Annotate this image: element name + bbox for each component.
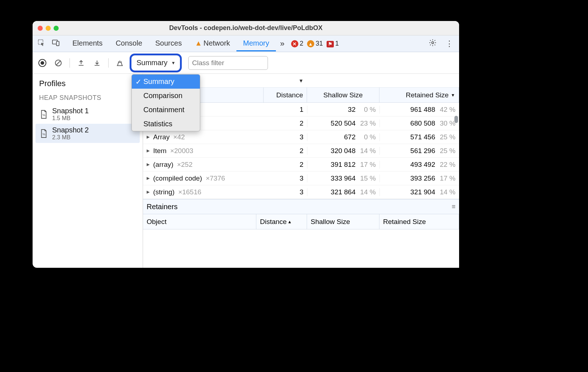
tabs-overflow-button[interactable]: » — [277, 39, 287, 48]
settings-icon[interactable] — [425, 39, 440, 49]
minimize-window-button[interactable] — [46, 26, 51, 31]
cell-distance: 3 — [264, 174, 307, 182]
column-retained-size[interactable]: Retained Size▼ — [379, 88, 459, 102]
tab-network[interactable]: ▲Network — [188, 36, 236, 51]
retainers-col-object[interactable]: Object — [143, 214, 256, 229]
cell-retained-size: 571 45625 % — [379, 133, 459, 141]
snapshot-item-2[interactable]: % Snapshot 2 2.3 MB — [35, 124, 140, 143]
cell-constructor: ▶Item×20003 — [143, 147, 264, 155]
tab-network-label: Network — [203, 39, 230, 47]
warning-count: 31 — [316, 40, 323, 47]
table-row[interactable]: ▶Array×4236720 %571 45625 % — [143, 130, 459, 144]
profiles-sidebar: Profiles HEAP SNAPSHOTS % Snapshot 1 1.5… — [33, 74, 143, 268]
error-count: 2 — [300, 40, 303, 47]
retainers-col-retained[interactable]: Retained Size — [379, 214, 459, 229]
tab-sources[interactable]: Sources — [149, 36, 188, 51]
collect-garbage-icon[interactable] — [114, 57, 126, 69]
constructor-name: (string) — [153, 188, 175, 196]
cell-constructor: ▶(compiled code)×7376 — [143, 174, 264, 182]
sort-desc-icon: ▼ — [451, 93, 455, 98]
dropdown-option-statistics[interactable]: Statistics — [132, 117, 200, 131]
cell-retained-size: 680 50830 % — [379, 119, 459, 127]
cell-shallow-size: 321 86414 % — [307, 188, 379, 196]
table-row[interactable]: ▶Item×200032320 04814 %561 29625 % — [143, 144, 459, 158]
svg-point-3 — [432, 42, 434, 44]
retainers-col-distance[interactable]: Distance▲ — [256, 214, 307, 229]
dropdown-option-comparison[interactable]: Comparison — [132, 89, 200, 103]
warning-icon: ▲ — [307, 40, 314, 47]
expand-icon[interactable]: ▶ — [147, 190, 151, 194]
column-retained-label: Retained Size — [406, 91, 449, 99]
cell-shallow-size: 320 04814 % — [307, 147, 379, 155]
cell-retained-size: 961 48842 % — [379, 106, 459, 114]
import-icon[interactable] — [91, 57, 103, 69]
error-icon: ✕ — [291, 40, 298, 47]
cell-retained-size: 393 25617 % — [379, 174, 459, 182]
perspective-dropdown[interactable]: Summary Summary Comparison Containment S… — [130, 54, 182, 72]
instance-count: ×20003 — [170, 147, 193, 155]
window-controls — [38, 26, 59, 31]
table-row[interactable]: ▶(string)×165163321 86414 %321 90414 % — [143, 185, 459, 199]
snapshot-name: Snapshot 2 — [52, 126, 89, 134]
instance-count: ×252 — [177, 161, 193, 169]
dropdown-option-summary[interactable]: Summary — [132, 75, 200, 89]
clear-button[interactable] — [52, 57, 64, 69]
retainers-col-shallow[interactable]: Shallow Size — [307, 214, 379, 229]
export-icon[interactable] — [75, 57, 87, 69]
constructor-name: (compiled code) — [153, 174, 202, 182]
instance-count: ×7376 — [206, 174, 225, 182]
cell-retained-size: 561 29625 % — [379, 147, 459, 155]
tab-console[interactable]: Console — [109, 36, 148, 51]
retainers-menu-icon[interactable]: ≡ — [452, 203, 455, 211]
cell-distance: 3 — [264, 188, 307, 196]
expand-icon[interactable]: ▶ — [147, 176, 151, 181]
class-filter-input[interactable] — [188, 56, 268, 70]
expand-icon[interactable]: ▶ — [147, 148, 151, 153]
memory-toolbar: Summary Summary Comparison Containment S… — [33, 52, 459, 74]
retainers-title: Retainers — [147, 203, 178, 211]
issue-count: 1 — [335, 40, 339, 47]
table-row[interactable]: ▶(compiled code)×73763333 96415 %393 256… — [143, 172, 459, 185]
memory-body: Profiles HEAP SNAPSHOTS % Snapshot 1 1.5… — [33, 74, 459, 268]
title-bar: DevTools - codepen.io/web-dot-dev/live/P… — [33, 21, 459, 35]
toolbar-divider — [70, 58, 70, 68]
svg-text:%: % — [42, 132, 45, 136]
perspective-dropdown-label: Summary — [136, 59, 168, 67]
retainers-col-distance-label: Distance — [260, 218, 287, 226]
inspect-element-icon[interactable] — [35, 39, 48, 48]
table-row[interactable]: ▶(array)×2522391 81217 %493 49222 % — [143, 158, 459, 172]
cell-shallow-size: 520 50423 % — [307, 119, 379, 127]
snapshot-icon: % — [39, 109, 49, 120]
tab-memory[interactable]: Memory — [236, 36, 276, 51]
expand-icon[interactable]: ▶ — [147, 135, 151, 139]
panel-tabs-bar: Elements Console Sources ▲Network Memory… — [33, 35, 459, 52]
constructor-name: (array) — [153, 161, 173, 169]
tab-elements[interactable]: Elements — [66, 36, 109, 51]
column-shallow-size[interactable]: Shallow Size — [307, 88, 379, 102]
snapshot-size: 2.3 MB — [52, 134, 89, 141]
cell-constructor: ▶Array×42 — [143, 133, 264, 141]
retainers-header: Retainers ≡ — [143, 199, 459, 214]
perspective-dropdown-button[interactable]: Summary — [131, 55, 180, 71]
record-button[interactable] — [36, 57, 49, 69]
dropdown-option-containment[interactable]: Containment — [132, 103, 200, 117]
warning-icon: ▲ — [195, 39, 202, 47]
scrollbar-thumb[interactable] — [454, 116, 458, 123]
close-window-button[interactable] — [38, 26, 43, 31]
panel-tabs: Elements Console Sources ▲Network Memory — [66, 36, 276, 51]
column-distance[interactable]: Distance — [264, 88, 307, 102]
device-toolbar-icon[interactable] — [49, 39, 62, 48]
cell-shallow-size: 6720 % — [307, 133, 379, 141]
devtools-window: DevTools - codepen.io/web-dot-dev/live/P… — [33, 21, 459, 268]
snapshot-item-1[interactable]: % Snapshot 1 1.5 MB — [35, 105, 140, 124]
more-options-icon[interactable]: ⋮ — [442, 39, 457, 48]
issue-counters[interactable]: ✕2 ▲31 ⚑1 — [291, 40, 339, 48]
filter-caret-icon[interactable]: ▼ — [299, 78, 304, 84]
expand-icon[interactable]: ▶ — [147, 162, 151, 167]
issue-icon: ⚑ — [327, 41, 334, 47]
instance-count: ×42 — [173, 133, 185, 141]
maximize-window-button[interactable] — [54, 26, 59, 31]
cell-shallow-size: 333 96415 % — [307, 174, 379, 182]
cell-distance: 1 — [264, 106, 307, 114]
snapshot-name: Snapshot 1 — [52, 107, 89, 115]
